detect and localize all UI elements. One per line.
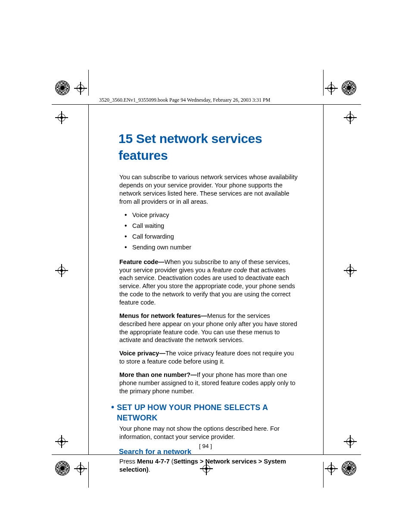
crop-line [323, 70, 324, 96]
crop-line [52, 104, 90, 105]
crop-line [88, 104, 89, 455]
more-number-paragraph: More than one number?—If your phone has … [119, 371, 298, 395]
crop-line [52, 454, 90, 455]
crop-line [88, 70, 89, 96]
registration-rosette [55, 461, 70, 476]
menus-paragraph: Menus for network features—Menus for the… [119, 312, 298, 344]
book-header: 3520_3560.ENv1_9355099.book Page 94 Wedn… [99, 97, 270, 103]
crosshair-icon [55, 264, 68, 277]
list-item: Sending own number [119, 242, 298, 253]
section-heading: • SET UP HOW YOUR PHONE SELECTS A NETWOR… [111, 403, 298, 423]
label: Menus for network features— [119, 312, 207, 319]
italic-term: feature code [212, 267, 247, 274]
feature-list: Voice privacy Call waiting Call forwardi… [119, 210, 298, 252]
feature-code-paragraph: Feature code—When you subscribe to any o… [119, 258, 298, 307]
label: More than one number?— [119, 371, 197, 378]
crosshair-icon [55, 111, 68, 124]
text: ( [170, 458, 174, 465]
section-title-text: SET UP HOW YOUR PHONE SELECTS A NETWORK [117, 403, 298, 423]
label: Feature code— [119, 258, 165, 265]
crosshair-icon [74, 462, 87, 475]
menu-instruction: Press Menu 4-7-7 (Settings > Network ser… [119, 457, 298, 474]
crosshair-icon [344, 111, 357, 124]
registration-rosette [342, 461, 356, 476]
intro-paragraph: You can subscribe to various network ser… [119, 173, 298, 205]
section-intro: Your phone may not show the options desc… [119, 425, 298, 441]
list-item: Call forwarding [119, 231, 298, 242]
list-item: Voice privacy [119, 210, 298, 221]
bullet-icon: • [111, 403, 114, 411]
crop-line [88, 104, 324, 105]
page-number: [ 94 ] [0, 443, 411, 449]
registration-rosette [342, 81, 356, 95]
crop-line [323, 462, 324, 488]
crop-line [322, 454, 361, 455]
crosshair-icon [325, 462, 338, 475]
crosshair-icon [344, 264, 357, 277]
registration-rosette [55, 81, 70, 95]
list-item: Call waiting [119, 221, 298, 231]
text: . [149, 466, 150, 473]
label: Voice privacy— [119, 350, 165, 357]
chapter-title-text: Set network services features [118, 131, 262, 162]
voice-privacy-paragraph: Voice privacy—The voice privacy feature … [119, 349, 298, 366]
menu-path: Menu 4-7-7 [137, 458, 170, 465]
crop-line [323, 104, 324, 455]
crosshair-icon [74, 82, 87, 95]
page-content: 15 Set network services features You can… [119, 130, 298, 474]
chapter-title: 15 Set network services features [118, 130, 298, 164]
crosshair-icon [325, 82, 338, 95]
text: Press [119, 458, 137, 465]
crop-line [322, 104, 361, 105]
crop-line [88, 462, 89, 488]
chapter-number: 15 [118, 131, 133, 146]
